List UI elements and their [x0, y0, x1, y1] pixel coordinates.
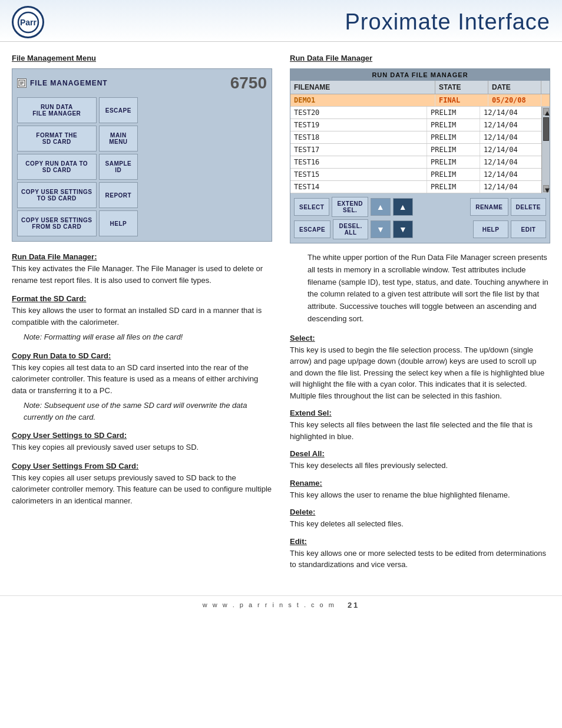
edit-btn[interactable]: EDIT [511, 220, 546, 238]
table-row[interactable]: TEST20 PRELIM 12/14/04 [290, 107, 541, 119]
rename-btn[interactable]: RENAME [470, 198, 508, 216]
widget-right-buttons: ESCAPE MAINMENU SAMPLEID REPORT HELP [99, 97, 138, 236]
extend-sel-btn[interactable]: EXTENDSEL. [332, 197, 368, 217]
copy-user-settings-to-text: This key copies all previously saved use… [12, 442, 272, 453]
table-row[interactable]: TEST17 PRELIM 12/14/04 [290, 144, 541, 156]
cell-filename: TEST19 [290, 119, 427, 131]
copy-user-settings-to-description: Copy User Settings to SD Card: This key … [12, 431, 272, 453]
cell-scroll [541, 94, 550, 106]
page-down-btn[interactable]: ▼ [393, 220, 413, 238]
delete-text: This key deletes all selected files. [290, 518, 550, 530]
select-btn[interactable]: SELECT [294, 198, 329, 216]
cell-date: 12/14/04 [480, 144, 533, 156]
scrollbar[interactable]: ▲ ▼ [541, 107, 550, 193]
cell-state: PRELIM [427, 144, 480, 156]
scroll-down-btn[interactable]: ▼ [371, 220, 391, 238]
cell-date: 12/14/04 [480, 119, 533, 131]
report-btn[interactable]: REPORT [99, 182, 138, 208]
table-row[interactable]: DEMO1 FINAL 05/20/08 [290, 94, 550, 107]
cell-filename: TEST18 [290, 131, 427, 143]
rdfm-button-row-1: SELECT EXTENDSEL. ▲ ▲ RENAME DELETE [294, 197, 546, 217]
cell-state: PRELIM [427, 131, 480, 143]
copy-run-data-btn[interactable]: COPY RUN DATA TOSD CARD [17, 154, 97, 180]
widget-title: FILE MANAGEMENT [30, 79, 108, 87]
extend-sel-heading: Extend Sel: [290, 409, 550, 417]
page-footer: w w w . p a r r i n s t . c o m 21 [0, 595, 562, 614]
cell-filename: TEST17 [290, 144, 427, 156]
copy-user-settings-from-heading: Copy User Settings From SD Card: [12, 462, 272, 470]
copy-run-data-note: Note: Subsequent use of the same SD card… [24, 400, 272, 423]
rdfm-widget-title: RUN DATA FILE MANAGER [290, 69, 550, 81]
svg-text:Parr: Parr [19, 18, 37, 27]
format-sd-card-btn[interactable]: FORMAT THESD CARD [17, 126, 97, 151]
format-sd-heading: Format the SD Card: [12, 294, 272, 303]
desel-all-btn[interactable]: DESEL.ALL [333, 219, 368, 239]
table-row[interactable]: TEST15 PRELIM 12/14/04 [290, 169, 541, 181]
page-title: Proximate Interface [345, 9, 550, 35]
widget-icon [17, 78, 27, 88]
sample-id-btn[interactable]: SAMPLEID [99, 154, 138, 180]
table-row[interactable]: TEST18 PRELIM 12/14/04 [290, 131, 541, 144]
col-filename: FILENAME [290, 81, 435, 94]
widget-title-bar: FILE MANAGEMENT [17, 78, 108, 88]
rdfm-button-area: SELECT EXTENDSEL. ▲ ▲ RENAME DELETE ESCA… [290, 193, 550, 243]
widget-header: FILE MANAGEMENT 6750 [17, 74, 267, 93]
col-scroll [541, 81, 550, 94]
desel-all-heading: Desel All: [290, 449, 550, 458]
table-row[interactable]: TEST14 PRELIM 12/14/04 [290, 181, 541, 193]
select-description: Select: This key is used to begin the fi… [290, 334, 550, 402]
run-data-file-manager-btn[interactable]: RUN DATAFILE MANAGER [17, 97, 97, 123]
format-sd-description: Format the SD Card: This key allows the … [12, 294, 272, 343]
copy-user-settings-to-heading: Copy User Settings to SD Card: [12, 431, 272, 440]
escape-btn[interactable]: ESCAPE [99, 97, 138, 123]
copy-run-data-text: This key copies all test data to an SD c… [12, 362, 272, 397]
rename-heading: Rename: [290, 479, 550, 487]
format-sd-text: This key allows the user to format an in… [12, 305, 272, 328]
help-btn[interactable]: HELP [99, 210, 138, 236]
cell-state: FINAL [435, 94, 488, 106]
run-data-description: Run Data File Manager: This key activate… [12, 252, 272, 286]
cell-date: 12/14/04 [480, 181, 533, 193]
edit-description: Edit: This key allows one or more select… [290, 537, 550, 571]
footer-inner: w w w . p a r r i n s t . c o m 21 [5, 601, 557, 610]
copy-user-settings-from-text: This key copies all user setups previous… [12, 472, 272, 507]
copy-user-settings-to-btn[interactable]: COPY USER SETTINGSTO SD CARD [17, 182, 97, 208]
cell-date: 05/20/08 [488, 94, 541, 106]
table-row[interactable]: TEST16 PRELIM 12/14/04 [290, 156, 541, 169]
cell-filename: TEST14 [290, 181, 427, 193]
desel-all-description: Desel All: This key deselects all files … [290, 449, 550, 472]
run-data-heading: Run Data File Manager: [12, 252, 272, 261]
cell-date: 12/14/04 [480, 156, 533, 168]
main-menu-btn[interactable]: MAINMENU [99, 126, 138, 151]
copy-user-settings-from-btn[interactable]: COPY USER SETTINGSFROM SD CARD [17, 210, 97, 236]
rdfm-description-text: The white upper portion of the Run Data … [290, 252, 550, 325]
rdfm-column-headers: FILENAME STATE DATE [290, 81, 550, 94]
scroll-up-btn[interactable]: ▲ [371, 198, 391, 216]
edit-text: This key allows one or more selected tes… [290, 548, 550, 571]
help-rdfm-btn[interactable]: HELP [473, 220, 508, 238]
cell-filename: TEST20 [290, 107, 427, 118]
widget-number: 6750 [230, 74, 267, 93]
rdfm-section-title: Run Data File Manager [290, 54, 550, 62]
cell-date: 12/14/04 [480, 107, 533, 118]
extend-sel-description: Extend Sel: This key selects all files b… [290, 409, 550, 442]
col-state: STATE [435, 81, 488, 94]
file-management-widget: FILE MANAGEMENT 6750 RUN DATAFILE MANAGE… [12, 68, 272, 242]
desel-all-text: This key deselects all files previously … [290, 460, 550, 472]
page-up-btn[interactable]: ▲ [393, 198, 413, 216]
cell-state: PRELIM [427, 181, 480, 193]
table-row[interactable]: TEST19 PRELIM 12/14/04 [290, 119, 541, 131]
rename-description: Rename: This key allows the user to rena… [290, 479, 550, 501]
delete-btn[interactable]: DELETE [511, 198, 546, 216]
rename-text: This key allows the user to rename the b… [290, 489, 550, 501]
parr-logo: Parr [12, 6, 44, 38]
footer-website: w w w . p a r r i n s t . c o m [203, 601, 336, 608]
cell-state: PRELIM [427, 169, 480, 180]
col-date: DATE [488, 81, 541, 94]
cell-state: PRELIM [427, 107, 480, 118]
select-heading: Select: [290, 334, 550, 342]
edit-heading: Edit: [290, 537, 550, 546]
main-content: File Management Menu FILE MANAGEMENT 675… [0, 42, 562, 589]
widget-left-buttons: RUN DATAFILE MANAGER FORMAT THESD CARD C… [17, 97, 97, 236]
escape-rdfm-btn[interactable]: ESCAPE [294, 220, 330, 238]
